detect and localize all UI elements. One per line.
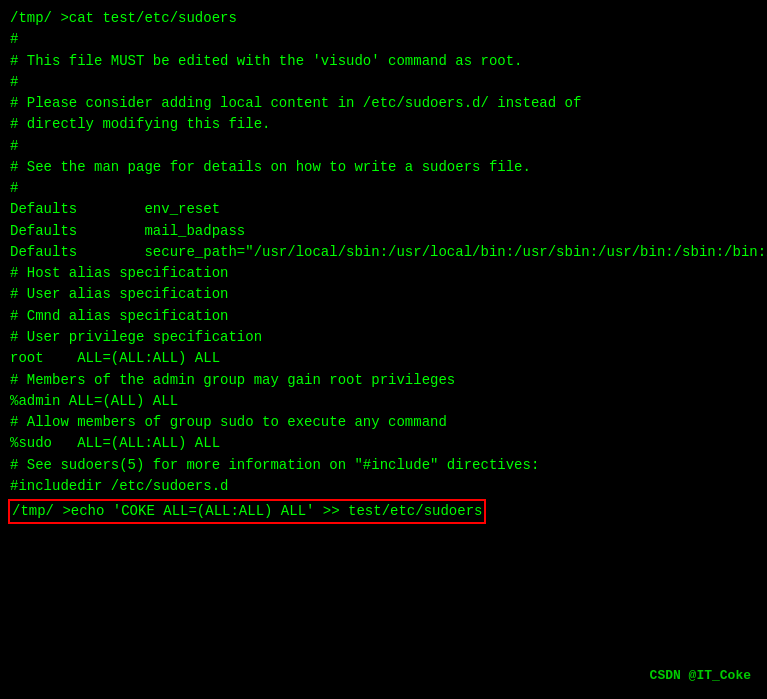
line-6: # directly modifying this file.	[10, 114, 757, 135]
line-23: # Members of the admin group may gain ro…	[10, 370, 757, 391]
line-8: # See the man page for details on how to…	[10, 157, 757, 178]
line-26: # Allow members of group sudo to execute…	[10, 412, 757, 433]
line-1: /tmp/ >cat test/etc/sudoers	[10, 8, 757, 29]
line-3: # This file MUST be edited with the 'vis…	[10, 51, 757, 72]
line-10: Defaults env_reset	[10, 199, 757, 220]
line-2: #	[10, 29, 757, 50]
line-14: # Host alias specification	[10, 263, 757, 284]
line-5: # Please consider adding local content i…	[10, 93, 757, 114]
line-7: #	[10, 136, 757, 157]
line-18: # Cmnd alias specification	[10, 306, 757, 327]
line-9: #	[10, 178, 757, 199]
line-16: # User alias specification	[10, 284, 757, 305]
line-20: # User privilege specification	[10, 327, 757, 348]
highlighted-command: /tmp/ >echo 'COKE ALL=(ALL:ALL) ALL' >> …	[8, 499, 486, 524]
highlighted-command-wrapper: /tmp/ >echo 'COKE ALL=(ALL:ALL) ALL' >> …	[10, 499, 757, 524]
line-11: Defaults mail_badpass	[10, 221, 757, 242]
line-21: root ALL=(ALL:ALL) ALL	[10, 348, 757, 369]
watermark: CSDN @IT_Coke	[650, 666, 751, 686]
line-12: Defaults secure_path="/usr/local/sbin:/u…	[10, 242, 757, 263]
line-27: %sudo ALL=(ALL:ALL) ALL	[10, 433, 757, 454]
terminal-output: /tmp/ >cat test/etc/sudoers # # This fil…	[10, 8, 757, 497]
line-31: #includedir /etc/sudoers.d	[10, 476, 757, 497]
terminal-window: /tmp/ >cat test/etc/sudoers # # This fil…	[0, 0, 767, 699]
line-29: # See sudoers(5) for more information on…	[10, 455, 757, 476]
line-4: #	[10, 72, 757, 93]
line-24: %admin ALL=(ALL) ALL	[10, 391, 757, 412]
